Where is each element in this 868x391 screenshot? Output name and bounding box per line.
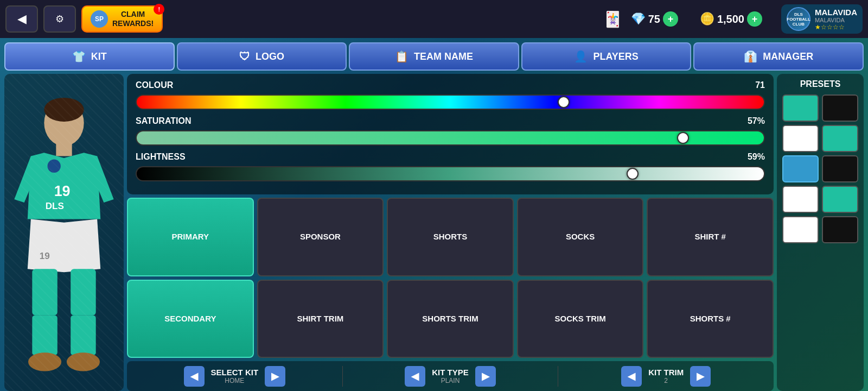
colour-row: COLOUR 71: [136, 80, 765, 90]
sponsor-button[interactable]: SPONSOR: [257, 198, 384, 276]
kit-type-value: PLAIN: [432, 377, 469, 384]
profile-stars: ★☆☆☆☆: [815, 23, 857, 31]
socks-button[interactable]: SOCKS: [517, 198, 644, 276]
saturation-thumb[interactable]: [677, 132, 689, 144]
preset-swatch-2[interactable]: [782, 125, 819, 152]
coin-count: 1,500: [717, 13, 744, 26]
kit-trim-group: ◀ KIT TRIM 2 ▶: [558, 366, 774, 387]
select-kit-title: SELECT KIT: [211, 368, 259, 377]
shirt-trim-button[interactable]: SHIRT TRIM: [257, 280, 384, 358]
color-section: COLOUR 71 SATURATION 57%: [127, 74, 774, 194]
lightness-thumb[interactable]: [627, 168, 639, 180]
shorts-trim-button[interactable]: SHORTS TRIM: [387, 280, 514, 358]
nav-tabs: 👕 KIT 🛡 LOGO 📋 TEAM NAME 👤 PLAYERS 👔 MAN…: [4, 42, 864, 71]
shirt-hash-button[interactable]: SHIRT #: [647, 198, 774, 276]
kit-type-title: KIT TYPE: [432, 368, 469, 377]
kit-type-next[interactable]: ▶: [475, 366, 496, 387]
cards-icon[interactable]: 🃏: [603, 10, 622, 28]
lightness-row: LIGHTNESS 59%: [136, 152, 765, 162]
manager-icon: 👔: [744, 50, 757, 63]
colour-value: 71: [738, 80, 765, 90]
colour-label: COLOUR: [136, 80, 738, 90]
team-name-icon: 📋: [395, 50, 409, 63]
content-area: 19 DLS: [4, 74, 864, 391]
select-kit-group: ◀ SELECT KIT HOME ▶: [127, 366, 343, 387]
preset-swatch-0[interactable]: [782, 94, 819, 122]
shorts-button[interactable]: SHORTS: [387, 198, 514, 276]
hue-slider[interactable]: [136, 94, 765, 110]
gem-count: 75: [648, 13, 660, 26]
sp-icon: SP: [91, 10, 108, 28]
presets-panel: PRESETS: [777, 74, 864, 391]
preset-swatch-6[interactable]: [782, 186, 819, 213]
lightness-slider[interactable]: [136, 166, 765, 181]
back-button[interactable]: ◀: [5, 5, 38, 33]
tab-logo[interactable]: 🛡 LOGO: [177, 42, 347, 71]
saturation-slider[interactable]: [136, 130, 765, 146]
kit-buttons-grid: PRIMARY SPONSOR SHORTS SOCKS SHIRT # SEC…: [127, 198, 774, 358]
preset-swatch-3[interactable]: [822, 125, 858, 152]
tab-team-name[interactable]: 📋 TEAM NAME: [349, 42, 519, 71]
profile-logo: DLS FOOTBALL CLUB: [787, 7, 810, 31]
preset-swatch-8[interactable]: [782, 216, 819, 243]
select-kit-value: HOME: [211, 377, 259, 384]
shorts-hash-button[interactable]: SHORTS #: [647, 280, 774, 358]
saturation-label: SATURATION: [136, 116, 738, 126]
coins-group: 🪙 1,500 +: [700, 11, 762, 27]
presets-title: PRESETS: [782, 79, 858, 89]
bottom-selector: ◀ SELECT KIT HOME ▶ ◀ KIT TYPE PLAIN ▶: [127, 361, 774, 391]
profile-sub: MALAVIDA: [815, 17, 857, 23]
preset-swatch-1[interactable]: [822, 94, 858, 122]
top-bar: ◀ ⚙ SP CLAIMREWARDS! ! 🃏 💎 75 + 🪙 1,500 …: [0, 0, 868, 38]
gem-icon: 💎: [631, 12, 646, 26]
settings-button[interactable]: ⚙: [43, 5, 76, 33]
primary-button[interactable]: PRIMARY: [127, 198, 254, 276]
kit-trim-value: 2: [648, 377, 684, 384]
hue-thumb[interactable]: [558, 96, 570, 108]
kit-trim-next[interactable]: ▶: [690, 366, 711, 387]
select-kit-text: SELECT KIT HOME: [205, 368, 265, 384]
profile-area[interactable]: DLS FOOTBALL CLUB MALAVIDA MALAVIDA ★☆☆☆…: [781, 4, 863, 34]
kit-icon: 👕: [72, 50, 86, 63]
presets-grid: [782, 94, 858, 243]
select-kit-prev[interactable]: ◀: [184, 366, 205, 387]
socks-trim-button[interactable]: SOCKS TRIM: [517, 280, 644, 358]
main-content: 👕 KIT 🛡 LOGO 📋 TEAM NAME 👤 PLAYERS 👔 MAN…: [0, 38, 868, 391]
players-icon: 👤: [574, 50, 588, 63]
preset-swatch-5[interactable]: [822, 155, 858, 182]
kit-trim-title: KIT TRIM: [648, 368, 684, 377]
player-panel: 19 DLS: [4, 74, 124, 391]
kit-type-prev[interactable]: ◀: [405, 366, 425, 387]
gems-group: 💎 75 +: [631, 11, 678, 27]
profile-username: MALAVIDA: [815, 8, 857, 17]
kit-trim-text: KIT TRIM 2: [642, 368, 690, 384]
claim-rewards-button[interactable]: SP CLAIMREWARDS! !: [81, 5, 163, 33]
tab-manager[interactable]: 👔 MANAGER: [693, 42, 864, 71]
preset-swatch-7[interactable]: [822, 186, 858, 213]
preset-swatch-9[interactable]: [822, 216, 858, 243]
lightness-label: LIGHTNESS: [136, 152, 738, 162]
secondary-button[interactable]: SECONDARY: [127, 280, 254, 358]
coin-icon: 🪙: [700, 12, 714, 26]
tab-kit[interactable]: 👕 KIT: [4, 42, 175, 71]
add-coins-button[interactable]: +: [747, 11, 762, 27]
preset-swatch-4[interactable]: [782, 155, 819, 182]
select-kit-next[interactable]: ▶: [265, 366, 285, 387]
claim-label: CLAIMREWARDS!: [112, 10, 154, 28]
saturation-value: 57%: [738, 116, 765, 126]
add-gems-button[interactable]: +: [663, 11, 678, 27]
kit-type-text: KIT TYPE PLAIN: [425, 368, 475, 384]
logo-icon: 🛡: [239, 51, 250, 63]
center-panel: COLOUR 71 SATURATION 57%: [127, 74, 774, 391]
tab-players[interactable]: 👤 PLAYERS: [521, 42, 692, 71]
kit-type-group: ◀ KIT TYPE PLAIN ▶: [343, 366, 559, 387]
saturation-row: SATURATION 57%: [136, 116, 765, 126]
kit-trim-prev[interactable]: ◀: [621, 366, 642, 387]
lightness-value: 59%: [738, 152, 765, 162]
notification-badge: !: [154, 4, 164, 15]
